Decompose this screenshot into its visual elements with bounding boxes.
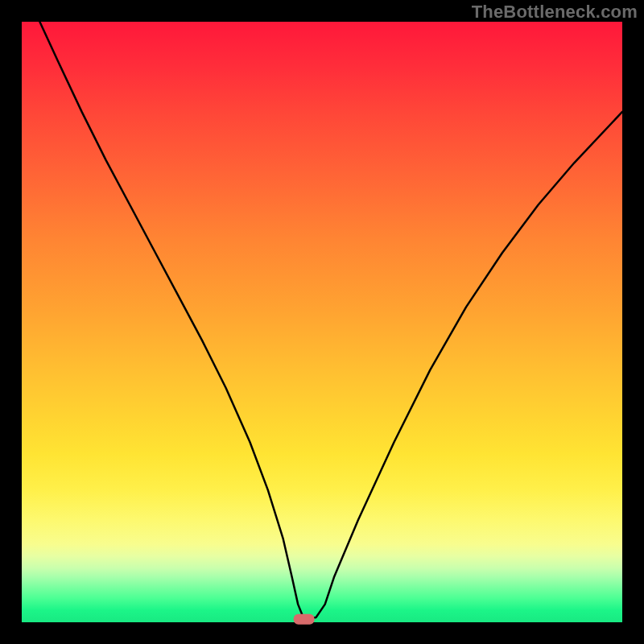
chart-frame: TheBottleneck.com — [0, 0, 644, 644]
bottleneck-curve-svg — [22, 22, 622, 622]
bottleneck-curve — [39, 22, 622, 619]
watermark-text: TheBottleneck.com — [472, 2, 638, 23]
plot-area — [22, 22, 622, 622]
optimum-marker — [294, 614, 315, 625]
